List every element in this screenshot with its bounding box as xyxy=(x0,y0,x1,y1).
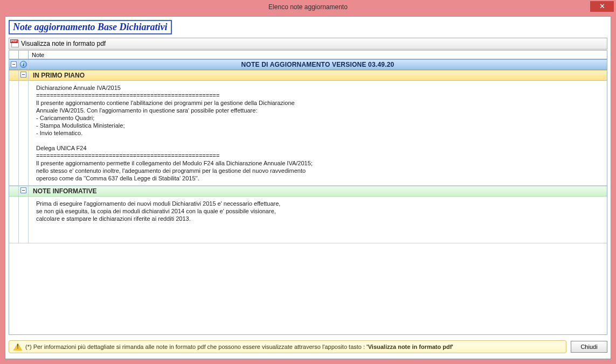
primo-piano-text: Dichiarazione Annuale IVA/2015 =========… xyxy=(29,81,607,185)
primo-piano-title: IN PRIMO PIANO xyxy=(29,71,607,80)
window-title: Elenco note aggiornamento xyxy=(268,3,348,11)
version-title: NOTE DI AGGIORNAMENTO VERSIONE 03.49.20 xyxy=(29,60,607,69)
view-pdf-button[interactable]: Visualizza note in formato pdf xyxy=(9,38,607,50)
window-close-button[interactable]: ✕ xyxy=(590,1,614,12)
main-panel: Note aggiornamento Base Dichiarativi Vis… xyxy=(5,16,611,359)
collapse-icon[interactable] xyxy=(20,72,26,78)
close-button[interactable]: Chiudi xyxy=(571,341,607,353)
version-row: NOTE DI AGGIORNAMENTO VERSIONE 03.49.20 xyxy=(9,59,607,70)
note-informative-body-row: Prima di eseguire l'aggiornamento dei nu… xyxy=(9,197,607,243)
note-informative-text: Prima di eseguire l'aggiornamento dei nu… xyxy=(29,197,607,243)
collapse-icon[interactable] xyxy=(20,187,26,193)
info-icon xyxy=(20,61,27,68)
note-informative-title: NOTE INFORMATIVE xyxy=(29,186,607,196)
primo-piano-header: IN PRIMO PIANO xyxy=(9,70,607,81)
note-informative-header: NOTE INFORMATIVE xyxy=(9,186,607,197)
pdf-icon xyxy=(11,40,19,47)
grid-header: Note xyxy=(9,51,607,59)
footer: (*) Per informazioni più dettagliate si … xyxy=(9,338,607,355)
footer-hint-bold: 'Visualizza note in formato pdf' xyxy=(366,344,453,350)
page-title: Note aggiornamento Base Dichiarativi xyxy=(9,20,172,34)
collapse-icon[interactable] xyxy=(11,61,17,67)
footer-hint-text: (*) Per informazioni più dettagliate si … xyxy=(25,344,365,350)
view-pdf-label: Visualizza note in formato pdf xyxy=(21,40,106,47)
notes-grid: Note NOTE DI AGGIORNAMENTO VERSIONE 03.4… xyxy=(9,50,607,335)
titlebar: Elenco note aggiornamento ✕ xyxy=(0,0,616,14)
footer-hint: (*) Per informazioni più dettagliate si … xyxy=(9,340,566,353)
warning-icon xyxy=(13,343,22,351)
primo-piano-body-row: Dichiarazione Annuale IVA/2015 =========… xyxy=(9,81,607,186)
grid-header-note: Note xyxy=(29,51,607,59)
